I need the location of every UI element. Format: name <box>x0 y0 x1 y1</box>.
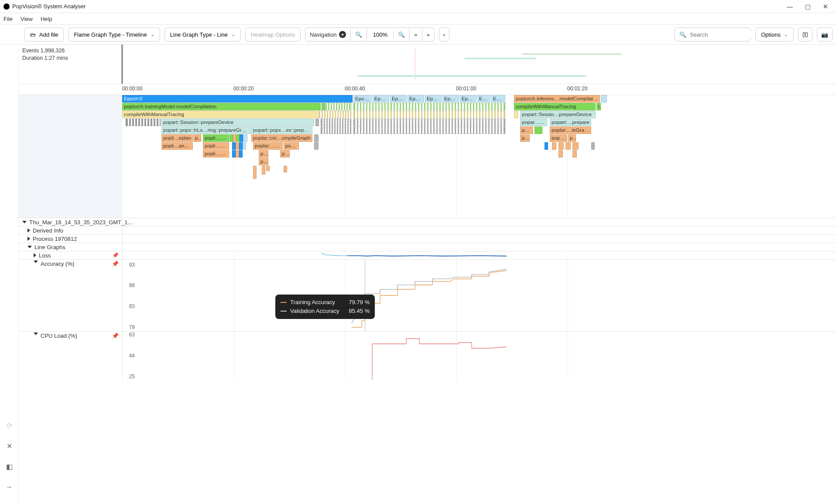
flame-bar[interactable]: Ep…:5 <box>425 95 442 103</box>
flame-bar[interactable]: Epo…:7 <box>460 95 476 103</box>
options-dropdown[interactable]: Options ⌄ <box>755 27 794 41</box>
flame-bar[interactable] <box>353 111 505 118</box>
flame-bar[interactable] <box>266 166 270 171</box>
flame-bar[interactable] <box>552 142 556 150</box>
flame-bar[interactable]: poptorch.inferenc…modelCompilation <box>514 95 600 103</box>
flame-bar[interactable]: popli…eplan <box>161 134 193 142</box>
flame-bar[interactable]: compileWithManualTracing <box>514 103 596 110</box>
flame-bar[interactable] <box>601 95 607 103</box>
flame-bar[interactable]: popart::popx…ex::prepare <box>251 127 312 134</box>
refresh-icon[interactable]: ⟳ <box>7 422 12 430</box>
flame-bar[interactable]: Epoch:0 <box>122 95 353 103</box>
flame-bar[interactable] <box>353 103 505 110</box>
close-icon[interactable]: ✕ <box>823 3 828 10</box>
tree-row-accuracy[interactable]: Accuracy (%) 📌 <box>19 260 122 331</box>
tree-row-cpuload[interactable]: CPU Load (%) 📌 <box>19 332 122 380</box>
flame-bar[interactable]: p… <box>280 150 290 158</box>
flame-bar[interactable] <box>236 142 239 150</box>
flame-bar[interactable]: Ep…:4 <box>408 95 424 103</box>
flame-bar[interactable] <box>322 103 325 110</box>
flame-bar[interactable] <box>243 134 247 142</box>
flame-bar[interactable] <box>319 111 351 118</box>
flame-bar[interactable] <box>314 142 319 150</box>
loss-chart[interactable] <box>122 251 836 259</box>
line-type-dropdown[interactable]: Line Graph Type - Line ⌄ <box>164 27 241 41</box>
maximize-icon[interactable]: ▢ <box>805 3 811 10</box>
tree-row-linegraphs[interactable]: Line Graphs <box>19 243 836 251</box>
menu-help[interactable]: Help <box>41 16 52 22</box>
flame-bar[interactable] <box>315 119 319 126</box>
flame-bar[interactable] <box>240 134 243 142</box>
flame-bar[interactable] <box>239 150 243 158</box>
add-file-button[interactable]: 🗁 Add file <box>24 27 64 41</box>
expand-icon[interactable] <box>34 333 38 335</box>
flame-bar[interactable] <box>321 119 351 126</box>
flame-bar[interactable]: poptorch.trainingModel.modelCompilation <box>122 103 321 110</box>
flame-bar[interactable]: popart::popx::IrLo…ring::prepareGraph <box>161 127 251 134</box>
flame-bar[interactable] <box>232 150 236 158</box>
flame-bar[interactable]: popli…ghts <box>203 134 229 142</box>
flame-bar[interactable] <box>572 142 579 150</box>
flame-bar[interactable] <box>545 142 548 150</box>
tree-row-file[interactable]: Thu_Mar_16_14_53_35_2023_GMT_1… <box>19 218 836 226</box>
search-box[interactable]: 🔍 <box>675 27 751 41</box>
screenshot-button[interactable]: 📷 <box>817 27 833 41</box>
tree-row-derived[interactable]: Derived Info <box>19 226 836 235</box>
pin-icon[interactable]: 📌 <box>112 333 119 339</box>
expand-icon[interactable] <box>34 253 36 257</box>
flame-bar[interactable] <box>565 142 571 150</box>
flame-bar[interactable] <box>239 142 243 150</box>
flame-bar[interactable]: compileWithManualTracing <box>122 111 318 118</box>
flame-bar[interactable] <box>514 111 518 118</box>
nav-first-button[interactable]: « <box>410 29 422 41</box>
flame-bar[interactable] <box>325 103 351 110</box>
flame-bar[interactable]: popar…raph <box>520 119 547 126</box>
flame-bar[interactable]: popli…Plan <box>203 142 229 150</box>
search-input[interactable] <box>690 31 763 38</box>
time-ruler[interactable]: 00:00:00 00:00:20 00:00:40 00:01:00 00:0… <box>19 84 836 95</box>
flame-bar[interactable]: p…r <box>520 134 530 142</box>
flame-bar[interactable]: pop…ly <box>550 134 567 142</box>
flame-bar[interactable] <box>236 150 239 158</box>
flame-bar[interactable] <box>236 134 240 142</box>
flame-bar[interactable] <box>253 166 257 179</box>
flame-bar[interactable]: popli…nner <box>203 150 229 158</box>
flame-bar[interactable]: poplar:…bally <box>253 142 283 150</box>
flame-bar[interactable]: p… <box>568 134 576 142</box>
flame-bar[interactable]: popart::Sessio…prepareDevice <box>520 111 596 118</box>
cpuload-chart[interactable]: 63 44 25 <box>122 332 836 380</box>
flame-bar[interactable] <box>558 142 564 150</box>
flame-bar[interactable] <box>262 166 265 175</box>
tree-row-loss[interactable]: Loss📌 <box>19 251 836 260</box>
expand-icon[interactable] <box>27 228 30 233</box>
pin-icon[interactable]: 📌 <box>112 252 119 258</box>
flame-type-dropdown[interactable]: Flame Graph Type - Timeline ⌄ <box>68 27 160 41</box>
tree-row-process[interactable]: Process 1970812 <box>19 235 836 243</box>
overview-minimap[interactable] <box>122 45 836 84</box>
flame-bar[interactable]: p… <box>193 134 201 142</box>
expand-icon[interactable] <box>34 261 38 263</box>
flame-bar[interactable]: poplar:…leGraph <box>550 127 591 134</box>
forward-icon[interactable]: → <box>6 483 13 491</box>
menu-view[interactable]: View <box>21 16 33 22</box>
flame-bar[interactable] <box>321 127 351 134</box>
flame-bar[interactable]: p… <box>259 150 268 158</box>
accuracy-chart[interactable]: 93 88 83 79 Training Accuracy79.79 % Val… <box>122 260 836 331</box>
flame-bar[interactable]: Epoch:1 <box>353 95 372 103</box>
zoom-in-button[interactable]: 🔍 <box>394 29 410 41</box>
flame-bar[interactable]: popart::Session::prepareDevice <box>161 119 314 126</box>
flame-bar[interactable]: Epo…:6 <box>442 95 459 103</box>
flame-bar[interactable]: popart:…prepare <box>550 119 591 126</box>
flame-bar[interactable] <box>314 134 319 142</box>
flame-graph[interactable]: Epoch:0 Epoch:1 Epo…:2 Epo…:3 Ep…:4 Ep…:… <box>122 95 836 218</box>
flame-bar[interactable] <box>284 166 287 172</box>
navigation-label[interactable]: Navigation ✦ <box>305 28 351 41</box>
flame-bar[interactable] <box>534 127 542 134</box>
flame-bar[interactable] <box>591 142 595 150</box>
flame-bar[interactable] <box>232 142 236 150</box>
flame-bar[interactable]: po…al <box>284 142 299 150</box>
close-panel-icon[interactable]: ✕ <box>7 442 12 450</box>
flame-bar[interactable] <box>572 150 577 158</box>
flame-bar[interactable] <box>243 142 246 150</box>
flame-bar[interactable]: p… <box>259 158 268 165</box>
